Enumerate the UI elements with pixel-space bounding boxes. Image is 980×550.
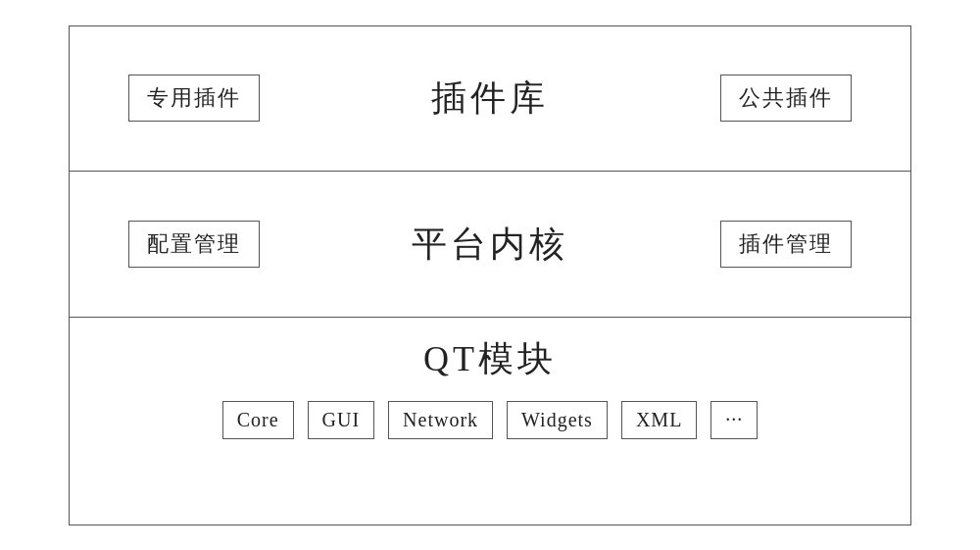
plugins-row: 专用插件 插件库 公共插件 bbox=[70, 26, 910, 173]
private-plugins-box: 专用插件 bbox=[128, 75, 260, 122]
architecture-diagram: 专用插件 插件库 公共插件 配置管理 平台内核 插件管理 QT模块 CoreGU… bbox=[69, 25, 911, 525]
plugins-center-label: 插件库 bbox=[431, 75, 549, 123]
config-management-label: 配置管理 bbox=[147, 231, 241, 256]
qt-module-ellipsis: ··· bbox=[710, 401, 758, 439]
qt-module-xml: XML bbox=[621, 401, 697, 439]
qt-module-network: Network bbox=[388, 401, 493, 439]
public-plugins-box: 公共插件 bbox=[720, 75, 852, 122]
plugin-management-label: 插件管理 bbox=[739, 231, 833, 256]
config-management-box: 配置管理 bbox=[128, 221, 260, 268]
platform-row: 配置管理 平台内核 插件管理 bbox=[70, 172, 910, 318]
platform-center-label: 平台内核 bbox=[412, 221, 568, 269]
private-plugins-label: 专用插件 bbox=[147, 85, 241, 110]
plugin-management-box: 插件管理 bbox=[720, 221, 852, 268]
qt-module-widgets: Widgets bbox=[507, 401, 608, 439]
qt-label: QT模块 bbox=[423, 335, 557, 383]
qt-modules-list: CoreGUINetworkWidgetsXML··· bbox=[222, 401, 759, 439]
qt-row: QT模块 CoreGUINetworkWidgetsXML··· bbox=[70, 318, 910, 524]
qt-module-core: Core bbox=[222, 401, 294, 439]
qt-module-gui: GUI bbox=[308, 401, 375, 439]
public-plugins-label: 公共插件 bbox=[739, 85, 833, 110]
